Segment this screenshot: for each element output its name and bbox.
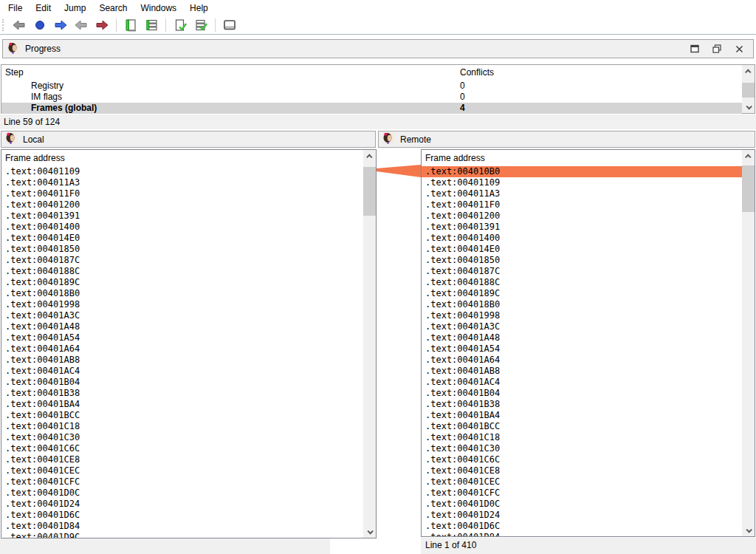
scroll-down-icon[interactable] — [742, 100, 755, 113]
list-item[interactable]: .text:00401400 — [1, 222, 363, 233]
menu-item[interactable]: Jump — [58, 1, 92, 16]
list-item[interactable]: .text:00401109 — [422, 177, 742, 188]
list-item[interactable]: .text:00401CEC — [422, 476, 742, 488]
remote-list-scrollbar[interactable] — [742, 150, 755, 536]
menu-item[interactable]: Help — [183, 1, 215, 16]
forward-arrow-icon[interactable] — [53, 18, 68, 33]
list-item[interactable]: .text:00401CEC — [1, 465, 363, 476]
menu-item[interactable]: Windows — [134, 1, 183, 16]
menu-item[interactable]: File — [1, 1, 29, 16]
list-item[interactable]: .text:0040188C — [1, 266, 363, 277]
document-check-icon[interactable] — [173, 18, 188, 33]
list-item[interactable]: .text:00401A54 — [1, 332, 363, 343]
list-item[interactable]: .text:004018B0 — [1, 288, 363, 299]
column-header-frame-address[interactable]: Frame address — [422, 150, 742, 166]
list-item[interactable]: .text:004011F0 — [422, 199, 742, 211]
jump-forward-arrow-icon[interactable] — [94, 18, 109, 33]
list-item[interactable]: .text:00401A3C — [1, 310, 363, 321]
list-item[interactable]: .text:00401BA4 — [422, 410, 742, 421]
list-item[interactable]: .text:00401A54 — [422, 343, 742, 355]
local-pane-titlebar[interactable]: Local — [1, 131, 376, 148]
list-item[interactable]: .text:00401D9C — [1, 532, 363, 538]
list-item[interactable]: .text:00401D6C — [422, 521, 742, 532]
list-item[interactable]: .text:00401AC4 — [1, 366, 363, 377]
list-item[interactable]: .text:004014E0 — [422, 244, 742, 255]
menu-item[interactable]: Search — [92, 1, 134, 16]
list-item[interactable]: .text:00401A64 — [1, 343, 363, 355]
list-item[interactable]: .text:00401BA4 — [1, 399, 363, 410]
list-item[interactable]: .text:00401850 — [1, 244, 363, 255]
list-item[interactable]: .text:00401B38 — [422, 399, 742, 410]
column-header-frame-address[interactable]: Frame address — [1, 150, 363, 166]
list-item[interactable]: .text:00401D0C — [422, 499, 742, 510]
list-item[interactable]: .text:00401B04 — [422, 388, 742, 399]
list-item[interactable]: .text:00401C6C — [1, 443, 363, 454]
list-item[interactable]: .text:00401AB8 — [422, 366, 742, 377]
list-item[interactable]: .text:004011A3 — [1, 177, 363, 188]
scroll-down-icon[interactable] — [742, 524, 755, 536]
list-item[interactable]: .text:00401AB8 — [1, 355, 363, 366]
segments-check-icon[interactable] — [193, 18, 208, 33]
list-item[interactable]: .text:004014E0 — [1, 233, 363, 244]
table-row[interactable]: IM flags 0 — [1, 92, 742, 103]
list-item[interactable]: .text:00401D84 — [422, 532, 742, 536]
list-item[interactable]: .text:00401B38 — [1, 388, 363, 399]
list-item[interactable]: .text:00401998 — [1, 299, 363, 310]
list-item[interactable]: .text:00401850 — [422, 255, 742, 266]
document-green-icon[interactable] — [123, 18, 138, 33]
scrollbar-thumb[interactable] — [742, 83, 755, 98]
list-item[interactable]: .text:00401D84 — [1, 521, 363, 532]
list-item[interactable]: .text:004010B0 — [422, 166, 742, 177]
list-item[interactable]: .text:00401B04 — [1, 377, 363, 388]
list-item[interactable]: .text:00401C18 — [1, 421, 363, 432]
list-item[interactable]: .text:00401BCC — [1, 410, 363, 421]
list-item[interactable]: .text:004011F0 — [1, 188, 363, 199]
list-item[interactable]: .text:00401CFC — [1, 476, 363, 488]
list-item[interactable]: .text:00401C30 — [422, 443, 742, 454]
list-item[interactable]: .text:00401400 — [422, 233, 742, 244]
list-item[interactable]: .text:00401C18 — [422, 432, 742, 443]
list-item[interactable]: .text:00401A3C — [422, 321, 742, 332]
list-item[interactable]: .text:00401200 — [422, 211, 742, 222]
toolbar-drag-handle[interactable] — [2, 19, 5, 31]
step-table-scrollbar[interactable] — [742, 65, 755, 113]
list-item[interactable]: .text:00401D24 — [1, 499, 363, 510]
scroll-up-icon[interactable] — [363, 150, 376, 163]
list-item[interactable]: .text:0040189C — [1, 277, 363, 288]
list-item[interactable]: .text:004018B0 — [422, 299, 742, 310]
list-item[interactable]: .text:00401C30 — [1, 432, 363, 443]
list-item[interactable]: .text:00401CFC — [422, 488, 742, 499]
list-item[interactable]: .text:00401C6C — [422, 454, 742, 465]
scrollbar-thumb[interactable] — [363, 167, 376, 216]
table-row[interactable]: Frames (global) 4 — [1, 103, 742, 114]
scroll-up-icon[interactable] — [742, 150, 755, 163]
list-item[interactable]: .text:00401D6C — [1, 510, 363, 521]
stop-dot-icon[interactable] — [32, 18, 47, 33]
column-header-step[interactable]: Step — [5, 67, 24, 78]
list-item[interactable]: .text:0040187C — [1, 255, 363, 266]
list-item[interactable]: .text:00401CE8 — [1, 454, 363, 465]
scroll-up-icon[interactable] — [742, 65, 755, 78]
list-item[interactable]: .text:00401391 — [1, 211, 363, 222]
list-item[interactable]: .text:00401AC4 — [422, 377, 742, 388]
table-row[interactable]: Registry 0 — [1, 81, 742, 92]
back-arrow-icon[interactable] — [12, 18, 27, 33]
segments-green-icon[interactable] — [144, 18, 159, 33]
menu-item[interactable]: Edit — [29, 1, 58, 16]
column-header-conflicts[interactable]: Conflicts — [460, 67, 494, 78]
maximize-button[interactable] — [690, 44, 700, 54]
scrollbar-thumb[interactable] — [742, 165, 755, 212]
list-item[interactable]: .text:0040188C — [422, 277, 742, 288]
remote-pane-titlebar[interactable]: Remote — [378, 131, 755, 148]
close-icon[interactable] — [734, 44, 744, 54]
restore-button[interactable] — [712, 44, 722, 54]
list-item[interactable]: .text:004011A3 — [422, 188, 742, 199]
scroll-down-icon[interactable] — [363, 525, 376, 538]
list-item[interactable]: .text:0040187C — [422, 266, 742, 277]
list-item[interactable]: .text:00401A48 — [422, 332, 742, 343]
list-item[interactable]: .text:00401200 — [1, 199, 363, 211]
list-item[interactable]: .text:00401109 — [1, 166, 363, 177]
local-list-scrollbar[interactable] — [363, 150, 376, 538]
list-item[interactable]: .text:00401A48 — [1, 321, 363, 332]
list-item[interactable]: .text:00401998 — [422, 310, 742, 321]
